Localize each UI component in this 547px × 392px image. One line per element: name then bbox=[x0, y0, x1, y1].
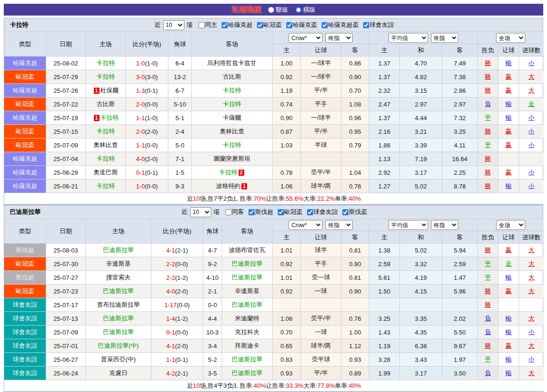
matches-count-select[interactable]: 10 bbox=[163, 20, 184, 30]
odds-company-select[interactable]: Crow* bbox=[289, 33, 323, 43]
away-team: 卡拉特 bbox=[223, 100, 241, 108]
same-venue-filter[interactable]: 同客 bbox=[222, 208, 244, 216]
league-filter-checkbox[interactable] bbox=[257, 22, 263, 28]
result-handicap[interactable]: 赢 bbox=[506, 342, 512, 350]
league-filter[interactable]: 哈薩克超 bbox=[218, 21, 253, 29]
team-label: 烏利塔哲兹卡兹甘 bbox=[207, 59, 257, 66]
result-handicap[interactable]: 赢 bbox=[506, 127, 512, 136]
result-goals[interactable]: 小 bbox=[529, 141, 535, 149]
result-winloss[interactable]: 平 bbox=[485, 141, 491, 149]
result-handicap[interactable]: 走 bbox=[506, 260, 512, 268]
same-venue-filter[interactable]: 同主 bbox=[195, 21, 217, 29]
league-filter-checkbox[interactable] bbox=[278, 209, 284, 215]
result-handicap[interactable]: 輸 bbox=[506, 369, 512, 377]
result-goals[interactable]: 大 bbox=[529, 86, 535, 95]
league-filter[interactable]: 斯伐超 bbox=[245, 208, 274, 216]
result-goals[interactable]: 大 bbox=[529, 246, 535, 254]
result-handicap[interactable]: 赢 bbox=[506, 246, 512, 254]
result-scope-select[interactable]: 全场 bbox=[496, 33, 525, 43]
league-filter-checkbox[interactable] bbox=[222, 22, 228, 28]
result-winloss[interactable]: 勝 bbox=[485, 246, 491, 254]
odds-company-select[interactable]: Crow* bbox=[289, 220, 323, 230]
result-winloss[interactable]: 平 bbox=[485, 355, 491, 364]
result-handicap[interactable]: 輸 bbox=[506, 273, 512, 282]
result-goals[interactable]: 大 bbox=[529, 342, 535, 350]
result-winloss[interactable]: 勝 bbox=[485, 342, 491, 350]
result-winloss[interactable]: 負 bbox=[485, 328, 491, 336]
result-scope-select[interactable]: 全场 bbox=[496, 220, 525, 230]
result-scope-header: 全场 bbox=[478, 32, 544, 44]
result-goals[interactable]: 小 bbox=[529, 355, 535, 364]
same-venue-checkbox[interactable] bbox=[225, 209, 232, 215]
result-handicap[interactable]: 赢 bbox=[506, 287, 512, 295]
result-goals[interactable]: 小 bbox=[529, 328, 535, 336]
result-goals[interactable]: 走 bbox=[529, 100, 535, 108]
layout-radio[interactable] bbox=[296, 7, 301, 13]
result-goals-cell: 小 bbox=[519, 353, 544, 367]
league-filter[interactable]: 球會友誼 bbox=[304, 208, 338, 216]
league-filter-checkbox[interactable] bbox=[322, 22, 328, 28]
league-filter-checkbox[interactable] bbox=[363, 22, 369, 28]
result-winloss[interactable]: 勝 bbox=[485, 127, 491, 136]
league-filter[interactable]: 哈薩克盃 bbox=[283, 21, 317, 29]
result-goals[interactable]: 大 bbox=[529, 369, 535, 377]
result-handicap[interactable]: 赢 bbox=[506, 141, 512, 149]
result-handicap[interactable]: 赢 bbox=[506, 73, 512, 81]
result-goals[interactable]: 大 bbox=[529, 73, 535, 81]
result-handicap[interactable]: 輸 bbox=[506, 114, 512, 122]
league-filter[interactable]: 歐冠盃 bbox=[274, 208, 303, 216]
league-filter-checkbox[interactable] bbox=[286, 22, 292, 28]
result-handicap[interactable]: 輸 bbox=[506, 328, 512, 336]
result-goals[interactable]: 小 bbox=[529, 182, 535, 190]
odds-handicap bbox=[301, 298, 341, 312]
result-handicap[interactable]: 赢 bbox=[506, 86, 512, 95]
league-filter[interactable]: 球會友誼 bbox=[360, 21, 394, 29]
result-handicap[interactable]: 輸 bbox=[506, 314, 512, 323]
result-handicap[interactable]: 輸 bbox=[506, 355, 512, 364]
avg-stage-select[interactable]: 终指 bbox=[431, 220, 458, 230]
result-winloss[interactable]: 勝 bbox=[485, 182, 491, 190]
result-goals[interactable]: 小 bbox=[529, 168, 535, 177]
league-filter[interactable]: 斯伐盃 bbox=[339, 208, 367, 216]
result-winloss[interactable]: 平 bbox=[485, 114, 491, 122]
result-handicap[interactable]: 赢 bbox=[506, 168, 512, 177]
league-filter-checkbox[interactable] bbox=[249, 209, 255, 215]
result-winloss[interactable]: 負 bbox=[485, 314, 491, 323]
result-winloss[interactable]: 負 bbox=[485, 100, 491, 108]
matches-count-select[interactable]: 10 bbox=[190, 207, 211, 217]
result-goals[interactable]: 小 bbox=[529, 127, 535, 136]
result-winloss[interactable]: 勝 bbox=[485, 287, 491, 295]
avg-stage-select[interactable]: 终指 bbox=[431, 33, 458, 43]
layout-radio[interactable] bbox=[268, 7, 274, 13]
league-filter-checkbox[interactable] bbox=[307, 209, 313, 215]
league-filter[interactable]: 哈薩克超盃 bbox=[318, 21, 359, 29]
result-goals[interactable]: 小 bbox=[529, 59, 535, 67]
result-goals[interactable]: 大 bbox=[529, 287, 535, 295]
result-goals[interactable]: 大 bbox=[529, 273, 535, 282]
result-winloss[interactable]: 勝 bbox=[485, 301, 491, 309]
result-goals[interactable]: 大 bbox=[529, 314, 535, 323]
result-winloss[interactable]: 勝 bbox=[485, 86, 491, 95]
home-team: 卡拉特 bbox=[97, 59, 115, 67]
league-filter[interactable]: 歐冠盃 bbox=[254, 21, 282, 29]
result-goals[interactable]: 小 bbox=[529, 114, 535, 122]
result-winloss[interactable]: 負 bbox=[485, 369, 491, 377]
result-goals[interactable]: 大 bbox=[529, 260, 535, 268]
result-winloss[interactable]: 勝 bbox=[485, 59, 491, 67]
result-winloss[interactable]: 勝 bbox=[485, 73, 491, 81]
result-handicap[interactable]: 輸 bbox=[506, 100, 512, 108]
result-winloss[interactable]: 勝 bbox=[485, 168, 491, 177]
result-winloss[interactable]: 平 bbox=[485, 273, 491, 282]
avg-odds-select[interactable]: 平均值 bbox=[389, 33, 428, 43]
result-winloss[interactable]: 平 bbox=[485, 260, 491, 268]
same-venue-checkbox[interactable] bbox=[199, 22, 205, 28]
layout-option-0[interactable]: 豎版 bbox=[268, 6, 288, 14]
layout-option-1[interactable]: 橫版 bbox=[296, 6, 315, 14]
result-winloss[interactable]: 勝 bbox=[485, 155, 491, 163]
odds-stage-select[interactable]: 终指 bbox=[325, 220, 353, 230]
avg-odds-select[interactable]: 平均值 bbox=[389, 220, 428, 230]
league-filter-checkbox[interactable] bbox=[342, 209, 348, 215]
result-handicap[interactable]: 輸 bbox=[506, 59, 512, 67]
result-handicap[interactable]: 輸 bbox=[506, 182, 512, 190]
odds-stage-select[interactable]: 终指 bbox=[325, 33, 353, 43]
